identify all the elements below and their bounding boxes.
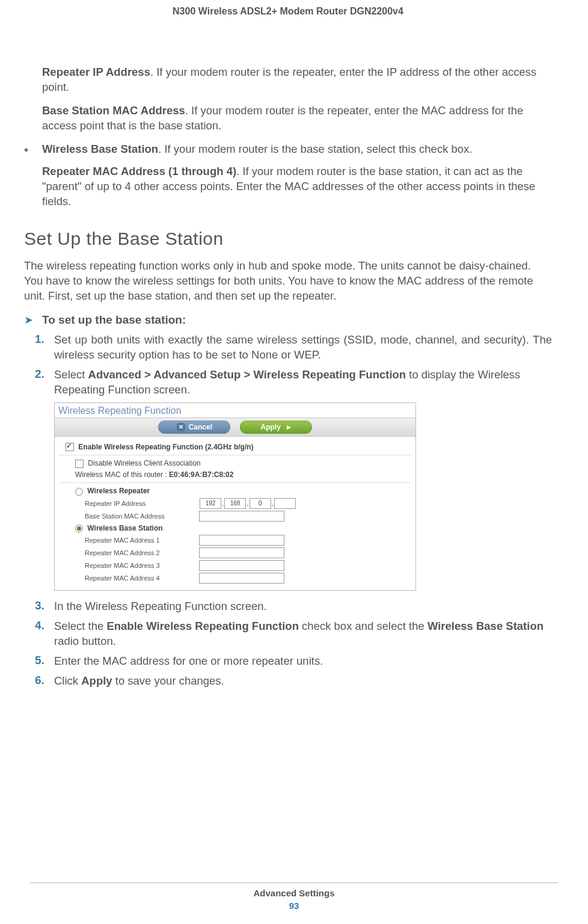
enable-repeating-row: Enable Wireless Repeating Function (2.4G…	[66, 443, 411, 452]
text: Select the	[54, 620, 106, 632]
disable-assoc-label: Disable Wireless Client Association	[88, 459, 200, 467]
repeater-mac-3-row: Repeater MAC Address 3	[85, 560, 411, 571]
paragraph-repeater-mac-1-4: Repeater MAC Address (1 through 4). If y…	[42, 164, 552, 209]
repeater-mac-4-input[interactable]	[199, 573, 284, 584]
ui-term: Wireless Base Station	[427, 620, 544, 632]
step-2: 2. Select Advanced > Advanced Setup > Wi…	[35, 368, 552, 398]
menu-path: Advanced > Advanced Setup > Wireless Rep…	[88, 368, 406, 381]
wireless-repeater-radio[interactable]	[75, 488, 83, 496]
text: radio button.	[54, 635, 116, 647]
close-icon: ✕	[177, 423, 185, 431]
step-body: Select Advanced > Advanced Setup > Wirel…	[54, 368, 552, 398]
text: Click	[54, 674, 81, 687]
term-wbs: Wireless Base Station	[42, 143, 158, 155]
repeater-mac-1-input[interactable]	[199, 535, 284, 546]
step-number: 5.	[35, 654, 54, 669]
ip-octet-3[interactable]: 0	[250, 498, 271, 509]
mac-prefix: Wireless MAC of this router :	[75, 470, 169, 479]
wireless-repeating-panel: Wireless Repeating Function ✕Cancel Appl…	[54, 402, 416, 591]
procedure-title: To set up the base station:	[42, 313, 186, 327]
step-number: 6.	[35, 674, 54, 689]
step-number: 1.	[35, 333, 54, 363]
step-5: 5. Enter the MAC address for one or more…	[35, 654, 552, 669]
step-4: 4. Select the Enable Wireless Repeating …	[35, 619, 552, 649]
step-body: Set up both units with exactly the same …	[54, 333, 552, 363]
wireless-repeater-option: Wireless Repeater	[75, 487, 411, 495]
paragraph-repeater-ip: Repeater IP Address. If your modem route…	[42, 65, 552, 95]
step-body: In the Wireless Repeating Function scree…	[54, 599, 552, 614]
apply-button[interactable]: Apply▶	[240, 420, 312, 434]
text: check box and select the	[299, 620, 427, 632]
bullet-icon: •	[24, 142, 42, 157]
ip-octet-1[interactable]: 192	[200, 498, 221, 509]
enable-repeating-label: Enable Wireless Repeating Function (2.4G…	[78, 443, 253, 451]
step-6: 6. Click Apply to save your changes.	[35, 674, 552, 689]
repeater-mac-4-row: Repeater MAC Address 4	[85, 573, 411, 584]
step-number: 2.	[35, 368, 54, 398]
repeater-mac-1-row: Repeater MAC Address 1	[85, 535, 411, 546]
divider	[60, 482, 411, 483]
mac-value: E0:46:9A:B7:C8:02	[169, 470, 233, 479]
section-intro: The wireless repeating function works on…	[24, 259, 552, 304]
wireless-repeater-label: Wireless Repeater	[87, 487, 150, 495]
enable-repeating-checkbox[interactable]	[66, 443, 74, 451]
base-mac-input[interactable]	[199, 511, 284, 522]
apply-label: Apply	[261, 423, 281, 431]
step-3: 3. In the Wireless Repeating Function sc…	[35, 599, 552, 614]
text: to save your changes.	[112, 674, 224, 687]
ui-term: Apply	[81, 674, 112, 687]
procedure-title-row: ➤ To set up the base station:	[24, 313, 552, 327]
base-mac-row: Base Station MAC Address	[85, 511, 411, 522]
doc-header: N300 Wireless ADSL2+ Modem Router DGN220…	[24, 6, 552, 17]
term-base-mac: Base Station MAC Address	[42, 104, 185, 117]
repeater-ip-row: Repeater IP Address 192. 168. 0.	[85, 498, 411, 509]
step-number: 3.	[35, 599, 54, 614]
repeater-mac-3-input[interactable]	[199, 560, 284, 571]
repeater-ip-label: Repeater IP Address	[85, 500, 199, 507]
repeater-mac-4-label: Repeater MAC Address 4	[85, 574, 199, 582]
repeater-mac-2-row: Repeater MAC Address 2	[85, 547, 411, 558]
wireless-base-station-label: Wireless Base Station	[87, 524, 162, 532]
term-repeater-ip: Repeater IP Address	[42, 66, 150, 78]
disable-assoc-checkbox[interactable]	[75, 460, 84, 468]
repeater-mac-2-label: Repeater MAC Address 2	[85, 549, 199, 556]
wireless-base-station-radio[interactable]	[75, 525, 83, 532]
base-mac-label: Base Station MAC Address	[85, 513, 199, 520]
ip-octet-2[interactable]: 168	[224, 498, 246, 509]
ip-octet-4[interactable]	[274, 498, 296, 509]
step-body: Enter the MAC address for one or more re…	[54, 654, 552, 669]
ui-term: Enable Wireless Repeating Function	[106, 620, 299, 632]
repeater-mac-2-input[interactable]	[199, 547, 284, 558]
footer-page-number: 93	[0, 901, 588, 911]
page-footer: Advanced Settings 93	[0, 882, 588, 911]
cancel-button[interactable]: ✕Cancel	[158, 420, 230, 434]
disable-assoc-row: Disable Wireless Client Association	[75, 459, 411, 468]
paragraph-base-mac: Base Station MAC Address. If your modem …	[42, 103, 552, 134]
bullet-wireless-base-station: • Wireless Base Station. If your modem r…	[24, 142, 552, 157]
text: . If your modem router is the base stati…	[158, 143, 472, 155]
divider	[60, 455, 411, 455]
text: Select	[54, 368, 88, 381]
footer-divider	[30, 882, 558, 883]
step-1: 1. Set up both units with exactly the sa…	[35, 333, 552, 363]
term-rep-mac: Repeater MAC Address (1 through 4)	[42, 165, 236, 177]
repeater-mac-1-label: Repeater MAC Address 1	[85, 537, 199, 544]
cancel-label: Cancel	[189, 423, 212, 431]
footer-section: Advanced Settings	[0, 888, 588, 898]
panel-button-bar: ✕Cancel Apply▶	[55, 417, 415, 437]
step-body: Click Apply to save your changes.	[54, 674, 552, 689]
wireless-base-station-option: Wireless Base Station	[75, 524, 411, 532]
step-number: 4.	[35, 619, 54, 649]
triangle-icon: ➤	[24, 313, 42, 327]
step-body: Select the Enable Wireless Repeating Fun…	[54, 619, 552, 649]
panel-title: Wireless Repeating Function	[55, 403, 415, 417]
triangle-right-icon: ▶	[287, 420, 291, 434]
section-heading: Set Up the Base Station	[24, 229, 552, 249]
mac-of-router: Wireless MAC of this router : E0:46:9A:B…	[75, 470, 411, 479]
repeater-mac-3-label: Repeater MAC Address 3	[85, 562, 199, 569]
